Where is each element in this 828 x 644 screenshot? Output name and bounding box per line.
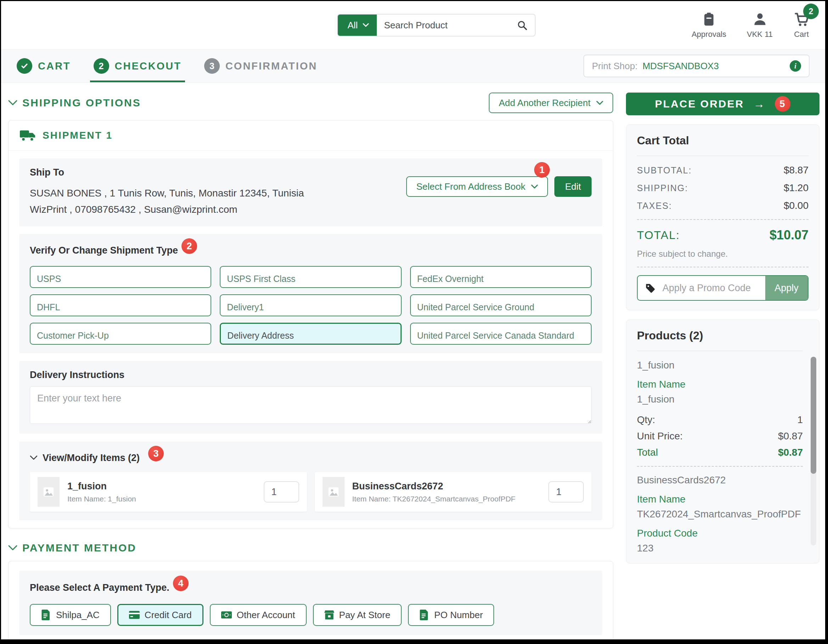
checkout-page: All Approvals VKK 11 2 Cart <box>0 0 828 644</box>
payment-card: Please Select A Payment Type. 4 Shilpa_A… <box>8 561 613 644</box>
product-total-label: Total <box>637 447 658 458</box>
callout-badge-3: 3 <box>148 446 164 461</box>
address-book-label: Select From Address Book <box>416 181 525 192</box>
unit-price-label: Unit Price: <box>637 430 683 442</box>
shipment-type-usps-first-class[interactable]: USPS First Class <box>220 266 401 288</box>
user-icon <box>752 11 768 27</box>
shipment-type-label: Verify Or Change Shipment Type 2 <box>30 243 591 258</box>
shipment-type-ups-ground[interactable]: United Parcel Service Ground <box>410 294 591 316</box>
payment-method-heading[interactable]: PAYMENT METHOD <box>8 542 613 554</box>
qty-row: Qty: 1 <box>637 414 803 426</box>
step-3-circle: 3 <box>204 58 220 74</box>
item-title: 1_fusion <box>67 481 256 492</box>
shipment-type-fedex-overnight[interactable]: FedEx Overnight <box>410 266 591 288</box>
item-name-label: Item Name <box>637 494 803 505</box>
total-value: $10.07 <box>770 228 809 243</box>
check-circle-icon <box>17 58 32 74</box>
payment-method-label: Other Account <box>237 609 295 620</box>
credit-card-icon <box>129 611 140 619</box>
search-icon[interactable] <box>516 19 528 31</box>
arrow-right-icon: → <box>753 98 765 110</box>
store-icon <box>324 610 334 619</box>
chevron-down-icon <box>8 100 17 106</box>
view-modify-items-title: View/Modify Items (2) <box>42 452 140 463</box>
approvals-label: Approvals <box>692 30 726 39</box>
taxes-value: $0.00 <box>784 200 809 211</box>
step-cart[interactable]: CART <box>17 50 71 82</box>
shipment-type-ups-canada-standard[interactable]: United Parcel Service Canada Standard <box>410 323 591 345</box>
cart-label: Cart <box>794 30 809 39</box>
item-qty-input[interactable] <box>548 481 584 503</box>
shipment-type-label-text: Verify Or Change Shipment Type <box>30 245 178 256</box>
truck-icon <box>20 129 36 142</box>
dashed-divider <box>637 219 809 220</box>
approvals-button[interactable]: Approvals <box>692 11 726 39</box>
shipment-type-usps[interactable]: USPS <box>30 266 211 288</box>
chevron-down-icon <box>362 23 369 27</box>
payment-po-number-button[interactable]: PO Number <box>408 604 494 626</box>
unit-price-value: $0.87 <box>778 430 803 442</box>
promo-code-field: Apply <box>637 275 809 301</box>
add-another-recipient-button[interactable]: Add Another Recipient <box>489 93 613 113</box>
cart-button[interactable]: 2 Cart <box>793 11 809 39</box>
payment-method-label: PO Number <box>434 609 483 620</box>
edit-address-button[interactable]: Edit <box>554 176 591 197</box>
item-thumbnail <box>38 477 60 507</box>
payment-method-title: PAYMENT METHOD <box>22 542 136 554</box>
taxes-row: TAXES: $0.00 <box>637 200 809 211</box>
payment-pay-at-store-button[interactable]: Pay At Store <box>313 604 402 626</box>
payment-method-label: Shilpa_AC <box>56 609 100 620</box>
print-shop-field[interactable]: Print Shop: MDSFSANDBOX3 i <box>583 55 809 77</box>
step-checkout[interactable]: 2 CHECKOUT <box>94 50 182 82</box>
shipping-options-title: SHIPPING OPTIONS <box>22 97 141 109</box>
shipment-type-delivery-address[interactable]: Delivery Address <box>220 323 401 345</box>
shipment-type-grid: USPS USPS First Class FedEx Overnight DH… <box>30 266 591 345</box>
search-input[interactable] <box>377 20 516 31</box>
shipment-type-customer-pickup[interactable]: Customer Pick-Up <box>30 323 211 345</box>
promo-code-input[interactable] <box>662 282 758 294</box>
item-name-value: TK2672024_Smartcanvas_ProofPDF <box>637 509 803 520</box>
products-card: Products (2) 1_fusion Item Name 1_fusion… <box>626 319 820 564</box>
chevron-down-icon <box>30 456 38 460</box>
product-code-label: Product Code <box>637 528 803 539</box>
dashed-divider <box>637 466 803 467</box>
shipping-options-heading[interactable]: SHIPPING OPTIONS <box>8 97 141 109</box>
shipping-label: SHIPPING: <box>637 183 688 193</box>
info-icon[interactable]: i <box>790 60 801 72</box>
search-category-dropdown[interactable]: All <box>338 14 377 36</box>
tag-icon <box>645 283 656 293</box>
item-meta: 1_fusion Item Name: 1_fusion <box>67 481 256 503</box>
products-scrollbar[interactable] <box>811 357 816 545</box>
scrollbar-thumb[interactable] <box>811 357 816 474</box>
step-confirmation: 3 CONFIRMATION <box>204 50 317 82</box>
step-cart-label: CART <box>38 60 71 72</box>
product-total-value: $0.87 <box>778 447 803 458</box>
view-modify-items-panel: View/Modify Items (2) 3 1_fusion Item Na… <box>19 441 602 520</box>
shipment-type-dhfl[interactable]: DHFL <box>30 294 211 316</box>
callout-badge-5: 5 <box>775 96 790 112</box>
payment-other-account-button[interactable]: Other Account <box>210 604 307 626</box>
item-subtitle: Item Name: 1_fusion <box>67 495 256 503</box>
clipboard-icon <box>701 11 717 27</box>
content-area: SHIPPING OPTIONS Add Another Recipient S… <box>1 83 825 644</box>
shipment-type-delivery1[interactable]: Delivery1 <box>220 294 401 316</box>
ship-to-address-line2: WizPrint , 07098765432 , Susan@wizprint.… <box>30 201 304 218</box>
view-modify-items-header[interactable]: View/Modify Items (2) 3 <box>30 450 591 466</box>
place-order-button[interactable]: PLACE ORDER → 5 <box>626 93 820 115</box>
chevron-down-icon <box>596 101 603 105</box>
apply-promo-button[interactable]: Apply <box>765 276 808 300</box>
item-qty-input[interactable] <box>264 481 299 503</box>
account-button[interactable]: VKK 11 <box>747 11 773 39</box>
shipment-card: SHIPMENT 1 Ship To SUSAN BONES , 1 Tunis… <box>8 120 613 528</box>
qty-label: Qty: <box>637 414 655 426</box>
payment-credit-card-button[interactable]: Credit Card <box>117 604 204 626</box>
print-shop-value: MDSFSANDBOX3 <box>643 61 719 72</box>
payment-method-label: Credit Card <box>144 609 192 620</box>
divider <box>637 156 809 156</box>
delivery-instructions-input[interactable] <box>30 386 591 424</box>
products-title: Products (2) <box>637 329 803 342</box>
checkout-steps: CART 2 CHECKOUT 3 CONFIRMATION <box>17 50 317 82</box>
item-subtitle: Item Name: TK2672024_Smartcanvas_ProofPD… <box>352 495 541 503</box>
payment-shilpa-ac-button[interactable]: Shilpa_AC <box>30 604 111 626</box>
select-from-address-book-dropdown[interactable]: Select From Address Book <box>406 176 548 197</box>
